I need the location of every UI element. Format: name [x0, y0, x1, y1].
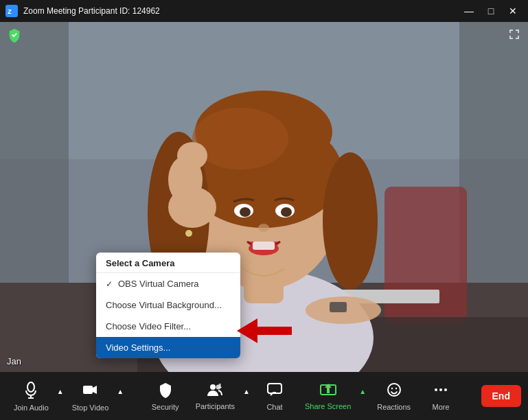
end-button-group: End	[481, 385, 521, 407]
participants-icon: 1	[206, 382, 224, 400]
security-icon	[157, 382, 174, 401]
join-audio-chevron[interactable]: ▲	[56, 388, 65, 395]
more-button[interactable]: More	[420, 377, 461, 415]
more-icon	[433, 382, 449, 401]
maximize-button[interactable]: □	[481, 4, 501, 18]
join-audio-icon	[22, 381, 40, 401]
toolbar-center: Security 1 Participants ▲	[145, 377, 461, 415]
share-screen-button[interactable]: Share Screen	[298, 378, 358, 415]
stop-video-chevron[interactable]: ▲	[115, 388, 125, 395]
menu-item-video-settings[interactable]: Video Settings...	[96, 337, 240, 358]
reactions-icon	[386, 382, 402, 401]
svg-point-18	[192, 108, 288, 170]
join-audio-group: Join Audio ▲	[7, 377, 65, 416]
toolbar: Join Audio ▲ Stop Video ▲	[0, 372, 528, 420]
participants-group: 1 Participants ▲	[189, 378, 251, 415]
svg-point-46	[395, 387, 396, 388]
svg-point-21	[240, 207, 251, 217]
chat-icon	[266, 382, 283, 401]
red-arrow-indicator	[237, 318, 292, 346]
svg-marker-32	[237, 318, 292, 343]
svg-point-33	[27, 382, 34, 392]
svg-point-22	[281, 207, 292, 217]
expand-icon[interactable]	[507, 27, 521, 45]
reactions-button[interactable]: Reactions	[370, 377, 417, 415]
svg-rect-41	[268, 384, 282, 393]
titlebar-controls: — □ ✕	[459, 4, 523, 18]
svg-point-49	[444, 388, 447, 391]
participants-button[interactable]: 1 Participants	[189, 378, 242, 415]
stop-video-button[interactable]: Stop Video	[65, 377, 116, 416]
stop-video-label: Stop Video	[72, 404, 109, 412]
join-audio-button[interactable]: Join Audio	[7, 377, 56, 416]
share-screen-group: Share Screen ▲	[298, 378, 367, 415]
titlebar: Z Zoom Meeting Participant ID: 124962 — …	[0, 0, 528, 22]
svg-rect-31	[330, 302, 347, 312]
svg-point-38	[210, 384, 216, 390]
svg-point-16	[323, 152, 378, 290]
reactions-label: Reactions	[377, 403, 411, 411]
context-menu-header: Select a Camera	[96, 253, 240, 273]
menu-item-virtual-bg[interactable]: Choose Virtual Background...	[96, 294, 240, 316]
toolbar-left: Join Audio ▲ Stop Video ▲	[7, 377, 125, 416]
menu-item-obs-camera[interactable]: OBS Virtual Camera	[96, 273, 240, 294]
shield-badge	[7, 27, 22, 45]
participant-name: Jan	[7, 356, 21, 366]
security-label: Security	[152, 403, 179, 411]
svg-marker-37	[93, 386, 97, 394]
share-screen-chevron[interactable]: ▲	[358, 388, 367, 395]
svg-point-23	[258, 224, 269, 232]
close-button[interactable]: ✕	[503, 4, 523, 18]
svg-point-45	[391, 387, 392, 388]
svg-rect-25	[253, 242, 275, 250]
chat-label: Chat	[266, 403, 282, 411]
stop-video-icon	[81, 381, 99, 401]
svg-rect-36	[83, 386, 93, 394]
security-button[interactable]: Security	[145, 377, 186, 415]
svg-text:1: 1	[218, 382, 222, 389]
minimize-button[interactable]: —	[459, 4, 479, 18]
join-audio-label: Join Audio	[14, 404, 49, 412]
participants-label: Participants	[196, 402, 235, 410]
svg-point-47	[435, 388, 437, 391]
titlebar-title: Zoom Meeting Participant ID: 124962	[23, 6, 160, 16]
titlebar-left: Z Zoom Meeting Participant ID: 124962	[5, 5, 160, 17]
end-button[interactable]: End	[481, 385, 521, 407]
svg-point-28	[177, 142, 207, 170]
video-area: Jan Select a Camera OBS Virtual Camera C…	[0, 22, 528, 372]
svg-point-30	[185, 230, 192, 237]
svg-text:Z: Z	[8, 8, 12, 15]
svg-rect-6	[0, 22, 69, 283]
svg-rect-7	[459, 22, 528, 283]
participants-chevron[interactable]: ▲	[242, 388, 251, 395]
context-menu: Select a Camera OBS Virtual Camera Choos…	[96, 253, 240, 358]
stop-video-group: Stop Video ▲	[65, 377, 126, 416]
zoom-logo-icon: Z	[5, 5, 18, 17]
chat-button[interactable]: Chat	[254, 377, 295, 415]
share-screen-label: Share Screen	[305, 402, 351, 410]
svg-point-48	[439, 388, 442, 391]
more-label: More	[433, 403, 450, 411]
share-screen-icon	[319, 382, 337, 400]
menu-item-video-filter[interactable]: Choose Video Filter...	[96, 316, 240, 337]
